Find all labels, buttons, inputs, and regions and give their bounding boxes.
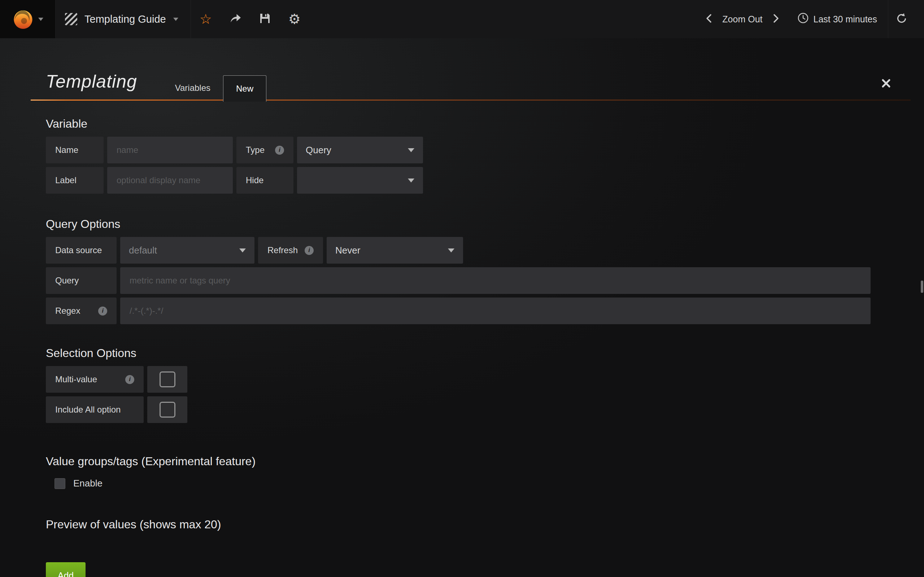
multi-value-label-text: Multi-value	[55, 374, 97, 384]
variable-heading: Variable	[46, 116, 871, 131]
chevron-down-icon	[408, 148, 414, 152]
data-source-label: Data source	[46, 237, 116, 264]
refresh-icon	[895, 12, 908, 26]
type-label: Type i	[236, 137, 294, 163]
label-input[interactable]	[107, 167, 233, 193]
chevron-left-icon	[704, 12, 714, 26]
templating-page: Templating Variables New Variable Name T…	[0, 38, 924, 577]
form-row: Multi-value i	[46, 366, 871, 393]
data-source-value: default	[129, 245, 157, 256]
regex-label: Regex i	[46, 298, 116, 324]
dashboard-picker[interactable]: Templating Guide	[55, 0, 191, 38]
templating-header: Templating Variables New	[31, 38, 911, 101]
scrollbar-thumb[interactable]	[921, 280, 923, 293]
add-button[interactable]: Add	[46, 562, 86, 577]
data-source-select[interactable]: default	[120, 237, 254, 264]
type-label-text: Type	[246, 145, 265, 155]
query-label: Query	[46, 267, 116, 294]
hide-label: Hide	[236, 167, 294, 193]
dashboard-icon	[65, 13, 77, 25]
refresh-label-text: Refresh	[267, 245, 298, 255]
dashboard-actions: ☆ ⚙	[191, 0, 309, 38]
form-row: Query	[46, 267, 871, 294]
preview-heading: Preview of values (shows max 20)	[46, 517, 871, 532]
form-row: Data source default Refresh i Never	[46, 237, 871, 264]
enable-label: Enable	[73, 478, 102, 489]
close-icon	[881, 83, 891, 89]
multi-value-label: Multi-value i	[46, 366, 144, 393]
share-icon	[229, 12, 242, 26]
name-input[interactable]	[107, 137, 233, 163]
zoom-out-button[interactable]: Zoom Out	[719, 14, 765, 24]
info-icon[interactable]: i	[125, 375, 134, 384]
time-controls: Zoom Out Last 30 minutes	[698, 0, 924, 38]
chevron-down-icon	[448, 248, 454, 253]
tabs-underline	[31, 100, 911, 101]
checkbox-icon	[160, 371, 175, 387]
time-range-button[interactable]: Last 30 minutes	[787, 0, 888, 38]
regex-label-text: Regex	[55, 306, 80, 316]
refresh-select[interactable]: Never	[327, 237, 463, 264]
clock-icon	[797, 12, 809, 26]
page-title: Templating	[46, 71, 137, 101]
time-range-label: Last 30 minutes	[814, 14, 877, 24]
variable-editor: Variable Name Type i Query Label Hide Qu…	[46, 116, 871, 577]
query-options-heading: Query Options	[46, 217, 871, 231]
form-row: Label Hide	[46, 167, 871, 193]
grafana-menu-button[interactable]	[0, 0, 55, 38]
dashboard-title: Templating Guide	[84, 13, 166, 25]
grafana-logo-icon	[11, 8, 35, 31]
refresh-label: Refresh i	[258, 237, 323, 264]
share-button[interactable]	[221, 0, 250, 38]
type-select[interactable]: Query	[297, 137, 423, 163]
chevron-down-icon	[239, 248, 246, 253]
regex-input[interactable]	[120, 298, 871, 324]
info-icon[interactable]: i	[98, 306, 107, 316]
label-label: Label	[46, 167, 103, 193]
type-select-value: Query	[306, 145, 331, 156]
tabs: Variables New	[162, 38, 267, 101]
chevron-right-icon	[771, 12, 781, 26]
chevron-down-icon	[408, 179, 414, 182]
tab-new[interactable]: New	[223, 76, 267, 102]
time-shift-forward-button[interactable]	[766, 0, 787, 38]
tab-variables[interactable]: Variables	[162, 76, 223, 101]
info-icon[interactable]: i	[305, 246, 313, 255]
name-label: Name	[46, 137, 103, 163]
enable-checkbox[interactable]	[55, 478, 65, 489]
refresh-button[interactable]	[888, 0, 914, 38]
star-icon: ☆	[200, 12, 212, 26]
chevron-down-icon	[38, 18, 43, 21]
refresh-select-value: Never	[335, 245, 360, 256]
time-shift-back-button[interactable]	[698, 0, 719, 38]
navbar: Templating Guide ☆ ⚙	[0, 0, 924, 38]
close-button[interactable]	[881, 78, 891, 90]
form-row: Include All option	[46, 396, 871, 423]
hide-select[interactable]	[297, 167, 423, 193]
star-button[interactable]: ☆	[191, 0, 221, 38]
selection-options-heading: Selection Options	[46, 346, 871, 360]
form-row: Regex i	[46, 298, 871, 324]
value-groups-heading: Value groups/tags (Experimental feature)	[46, 454, 871, 469]
gear-icon: ⚙	[288, 12, 300, 26]
include-all-label: Include All option	[46, 396, 144, 423]
info-icon[interactable]: i	[275, 146, 284, 155]
enable-row: Enable	[55, 478, 871, 489]
chevron-down-icon	[173, 18, 178, 21]
query-input[interactable]	[120, 267, 871, 294]
save-icon	[259, 12, 271, 26]
save-button[interactable]	[250, 0, 280, 38]
multi-value-checkbox[interactable]	[147, 366, 187, 393]
checkbox-icon	[160, 402, 175, 417]
form-row: Name Type i Query	[46, 137, 871, 163]
settings-button[interactable]: ⚙	[280, 0, 309, 38]
include-all-checkbox[interactable]	[147, 396, 187, 423]
